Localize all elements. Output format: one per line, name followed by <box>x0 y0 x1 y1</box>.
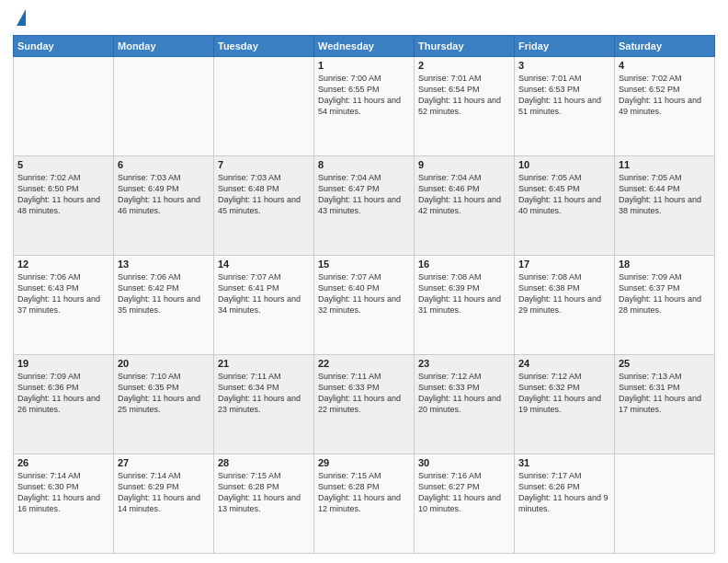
calendar-cell: 27Sunrise: 7:14 AM Sunset: 6:29 PM Dayli… <box>114 454 214 554</box>
day-number: 20 <box>118 358 210 369</box>
calendar-cell: 5Sunrise: 7:02 AM Sunset: 6:50 PM Daylig… <box>14 156 114 256</box>
day-number: 7 <box>218 159 310 170</box>
day-info: Sunrise: 7:11 AM Sunset: 6:34 PM Dayligh… <box>218 371 310 416</box>
day-info: Sunrise: 7:01 AM Sunset: 6:53 PM Dayligh… <box>518 73 610 118</box>
day-info: Sunrise: 7:05 AM Sunset: 6:45 PM Dayligh… <box>518 172 610 217</box>
day-info: Sunrise: 7:06 AM Sunset: 6:43 PM Dayligh… <box>17 271 109 316</box>
logo-triangle-icon <box>17 9 26 26</box>
day-number: 19 <box>17 358 109 369</box>
day-info: Sunrise: 7:06 AM Sunset: 6:42 PM Dayligh… <box>118 271 210 316</box>
calendar-cell: 30Sunrise: 7:16 AM Sunset: 6:27 PM Dayli… <box>415 454 515 554</box>
calendar-cell: 28Sunrise: 7:15 AM Sunset: 6:28 PM Dayli… <box>214 454 314 554</box>
day-number: 27 <box>118 457 210 468</box>
calendar-row: 1Sunrise: 7:00 AM Sunset: 6:55 PM Daylig… <box>14 57 715 156</box>
day-number: 9 <box>418 159 510 170</box>
day-info: Sunrise: 7:12 AM Sunset: 6:33 PM Dayligh… <box>418 371 510 416</box>
header <box>13 9 715 28</box>
calendar-cell: 2Sunrise: 7:01 AM Sunset: 6:54 PM Daylig… <box>415 57 515 156</box>
calendar-cell: 20Sunrise: 7:10 AM Sunset: 6:35 PM Dayli… <box>114 355 214 454</box>
calendar-cell: 17Sunrise: 7:08 AM Sunset: 6:38 PM Dayli… <box>515 256 615 355</box>
day-number: 23 <box>418 358 510 369</box>
weekday-row: SundayMondayTuesdayWednesdayThursdayFrid… <box>14 36 715 57</box>
calendar-header: SundayMondayTuesdayWednesdayThursdayFrid… <box>14 36 715 57</box>
day-number: 4 <box>619 60 711 71</box>
calendar-cell: 19Sunrise: 7:09 AM Sunset: 6:36 PM Dayli… <box>14 355 114 454</box>
weekday-header-sunday: Sunday <box>14 36 114 57</box>
day-info: Sunrise: 7:09 AM Sunset: 6:37 PM Dayligh… <box>619 271 711 316</box>
weekday-header-saturday: Saturday <box>615 36 715 57</box>
calendar-cell: 22Sunrise: 7:11 AM Sunset: 6:33 PM Dayli… <box>314 355 415 454</box>
day-number: 17 <box>518 259 610 270</box>
day-info: Sunrise: 7:17 AM Sunset: 6:26 PM Dayligh… <box>518 470 610 515</box>
day-info: Sunrise: 7:02 AM Sunset: 6:52 PM Dayligh… <box>619 73 711 118</box>
day-number: 1 <box>318 60 410 71</box>
day-number: 8 <box>318 159 410 170</box>
calendar-cell: 3Sunrise: 7:01 AM Sunset: 6:53 PM Daylig… <box>515 57 615 156</box>
day-number: 22 <box>318 358 410 369</box>
day-number: 14 <box>218 259 310 270</box>
day-info: Sunrise: 7:03 AM Sunset: 6:48 PM Dayligh… <box>218 172 310 217</box>
day-number: 5 <box>17 159 109 170</box>
day-number: 12 <box>17 259 109 270</box>
day-info: Sunrise: 7:14 AM Sunset: 6:29 PM Dayligh… <box>118 470 210 515</box>
day-info: Sunrise: 7:10 AM Sunset: 6:35 PM Dayligh… <box>118 371 210 416</box>
calendar-cell: 31Sunrise: 7:17 AM Sunset: 6:26 PM Dayli… <box>515 454 615 554</box>
day-info: Sunrise: 7:15 AM Sunset: 6:28 PM Dayligh… <box>218 470 310 515</box>
calendar-cell: 24Sunrise: 7:12 AM Sunset: 6:32 PM Dayli… <box>515 355 615 454</box>
logo <box>13 9 26 28</box>
day-number: 11 <box>619 159 711 170</box>
calendar-cell <box>615 454 715 554</box>
calendar-body: 1Sunrise: 7:00 AM Sunset: 6:55 PM Daylig… <box>14 57 715 554</box>
calendar-cell: 26Sunrise: 7:14 AM Sunset: 6:30 PM Dayli… <box>14 454 114 554</box>
weekday-header-monday: Monday <box>114 36 214 57</box>
calendar-cell <box>214 57 314 156</box>
calendar-cell: 15Sunrise: 7:07 AM Sunset: 6:40 PM Dayli… <box>314 256 415 355</box>
day-number: 24 <box>518 358 610 369</box>
day-number: 29 <box>318 457 410 468</box>
day-info: Sunrise: 7:04 AM Sunset: 6:47 PM Dayligh… <box>318 172 410 217</box>
calendar-cell: 23Sunrise: 7:12 AM Sunset: 6:33 PM Dayli… <box>415 355 515 454</box>
calendar-row: 5Sunrise: 7:02 AM Sunset: 6:50 PM Daylig… <box>14 156 715 256</box>
day-info: Sunrise: 7:01 AM Sunset: 6:54 PM Dayligh… <box>418 73 510 118</box>
day-info: Sunrise: 7:07 AM Sunset: 6:41 PM Dayligh… <box>218 271 310 316</box>
day-info: Sunrise: 7:08 AM Sunset: 6:38 PM Dayligh… <box>518 271 610 316</box>
day-number: 2 <box>418 60 510 71</box>
calendar-cell: 10Sunrise: 7:05 AM Sunset: 6:45 PM Dayli… <box>515 156 615 256</box>
calendar-row: 19Sunrise: 7:09 AM Sunset: 6:36 PM Dayli… <box>14 355 715 454</box>
day-number: 31 <box>518 457 610 468</box>
day-number: 3 <box>518 60 610 71</box>
calendar-cell: 21Sunrise: 7:11 AM Sunset: 6:34 PM Dayli… <box>214 355 314 454</box>
day-info: Sunrise: 7:15 AM Sunset: 6:28 PM Dayligh… <box>318 470 410 515</box>
weekday-header-friday: Friday <box>515 36 615 57</box>
day-number: 26 <box>17 457 109 468</box>
calendar-cell: 8Sunrise: 7:04 AM Sunset: 6:47 PM Daylig… <box>314 156 415 256</box>
calendar-cell: 29Sunrise: 7:15 AM Sunset: 6:28 PM Dayli… <box>314 454 415 554</box>
day-number: 30 <box>418 457 510 468</box>
calendar-cell: 11Sunrise: 7:05 AM Sunset: 6:44 PM Dayli… <box>615 156 715 256</box>
calendar-cell: 14Sunrise: 7:07 AM Sunset: 6:41 PM Dayli… <box>214 256 314 355</box>
weekday-header-wednesday: Wednesday <box>314 36 415 57</box>
calendar-cell <box>14 57 114 156</box>
day-info: Sunrise: 7:03 AM Sunset: 6:49 PM Dayligh… <box>118 172 210 217</box>
day-info: Sunrise: 7:04 AM Sunset: 6:46 PM Dayligh… <box>418 172 510 217</box>
day-number: 16 <box>418 259 510 270</box>
calendar-cell: 7Sunrise: 7:03 AM Sunset: 6:48 PM Daylig… <box>214 156 314 256</box>
day-number: 28 <box>218 457 310 468</box>
calendar-row: 12Sunrise: 7:06 AM Sunset: 6:43 PM Dayli… <box>14 256 715 355</box>
day-info: Sunrise: 7:11 AM Sunset: 6:33 PM Dayligh… <box>318 371 410 416</box>
day-number: 10 <box>518 159 610 170</box>
day-number: 6 <box>118 159 210 170</box>
day-info: Sunrise: 7:13 AM Sunset: 6:31 PM Dayligh… <box>619 371 711 416</box>
calendar-cell: 6Sunrise: 7:03 AM Sunset: 6:49 PM Daylig… <box>114 156 214 256</box>
calendar-cell: 12Sunrise: 7:06 AM Sunset: 6:43 PM Dayli… <box>14 256 114 355</box>
day-info: Sunrise: 7:02 AM Sunset: 6:50 PM Dayligh… <box>17 172 109 217</box>
weekday-header-thursday: Thursday <box>415 36 515 57</box>
day-info: Sunrise: 7:14 AM Sunset: 6:30 PM Dayligh… <box>17 470 109 515</box>
day-number: 18 <box>619 259 711 270</box>
day-info: Sunrise: 7:00 AM Sunset: 6:55 PM Dayligh… <box>318 73 410 118</box>
day-number: 21 <box>218 358 310 369</box>
calendar-cell: 9Sunrise: 7:04 AM Sunset: 6:46 PM Daylig… <box>415 156 515 256</box>
day-info: Sunrise: 7:08 AM Sunset: 6:39 PM Dayligh… <box>418 271 510 316</box>
day-number: 15 <box>318 259 410 270</box>
day-info: Sunrise: 7:16 AM Sunset: 6:27 PM Dayligh… <box>418 470 510 515</box>
